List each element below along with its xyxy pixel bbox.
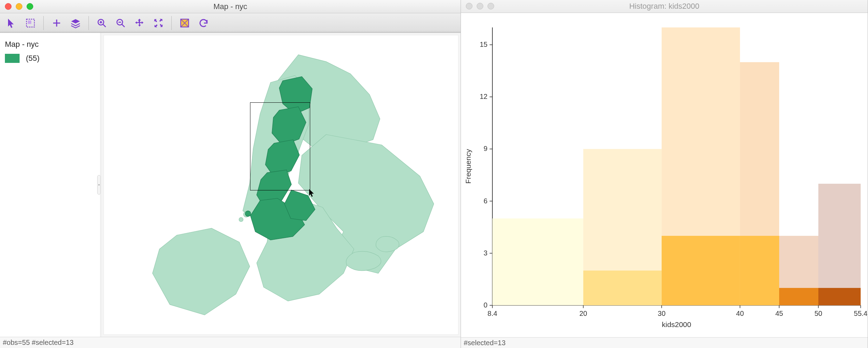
map-status-text: #obs=55 #selected=13	[3, 339, 73, 347]
map-canvas[interactable]	[104, 35, 458, 335]
pointer-tool[interactable]	[3, 15, 20, 31]
zoom-in-tool[interactable]	[93, 15, 111, 31]
svg-text:Frequency: Frequency	[464, 149, 472, 184]
svg-text:8.4: 8.4	[488, 310, 497, 317]
svg-text:0: 0	[484, 301, 488, 309]
svg-rect-42	[740, 236, 779, 305]
pane-resize-handle[interactable]	[97, 175, 101, 195]
svg-rect-40	[662, 236, 740, 305]
layers-tool[interactable]	[67, 15, 84, 31]
histogram-window: Histogram: kids2000 036912158.4203040455…	[461, 0, 868, 348]
toolbar-separator	[88, 16, 89, 30]
legend-pane: Map - nyc (55)	[0, 33, 101, 337]
toolbar-separator	[43, 16, 44, 30]
hist-titlebar[interactable]: Histogram: kids2000	[461, 0, 868, 13]
svg-rect-44	[779, 288, 818, 305]
layers-icon	[70, 18, 81, 28]
brush-rect-tool[interactable]	[176, 15, 193, 31]
maximize-button[interactable]	[27, 3, 33, 10]
refresh-tool[interactable]	[195, 15, 212, 31]
svg-rect-45	[818, 184, 861, 305]
map-toolbar	[0, 13, 461, 33]
svg-point-7	[245, 211, 251, 216]
hist-statusbar: #selected=13	[461, 337, 868, 348]
refresh-icon	[198, 18, 209, 28]
svg-text:55.4: 55.4	[854, 310, 868, 317]
close-button[interactable]	[5, 3, 12, 10]
brush-rect-icon	[179, 18, 190, 28]
brush-selection-rect[interactable]	[250, 102, 310, 190]
svg-rect-46	[818, 288, 861, 305]
legend-title: Map - nyc	[5, 40, 95, 49]
hist-window-title: Histogram: kids2000	[461, 2, 868, 11]
pan-icon	[134, 18, 145, 28]
histogram-chart: 036912158.4203040455055.4kids2000Frequen…	[461, 13, 868, 337]
legend-entry[interactable]: (55)	[5, 54, 95, 63]
svg-text:3: 3	[484, 249, 488, 256]
svg-rect-1	[28, 20, 31, 24]
zoom-extent-tool[interactable]	[150, 15, 167, 31]
window-controls-inactive	[461, 3, 494, 9]
legend-swatch	[5, 54, 20, 63]
zoom-out-icon	[115, 18, 126, 28]
svg-rect-36	[492, 218, 583, 305]
zoom-extent-icon	[153, 18, 164, 28]
map-statusbar: #obs=55 #selected=13	[0, 337, 461, 348]
svg-text:15: 15	[480, 41, 488, 48]
map-window-title: Map - nyc	[0, 2, 461, 11]
svg-text:30: 30	[658, 310, 666, 317]
minimize-button[interactable]	[16, 3, 22, 10]
map-window: Map - nyc	[0, 0, 461, 348]
svg-text:12: 12	[480, 93, 488, 100]
window-controls	[0, 3, 33, 10]
svg-text:40: 40	[736, 310, 744, 317]
svg-text:6: 6	[484, 197, 488, 204]
legend-count: (55)	[26, 54, 40, 63]
svg-text:45: 45	[775, 310, 783, 317]
select-map-tool[interactable]	[22, 15, 39, 31]
toolbar-separator	[171, 16, 172, 30]
svg-text:20: 20	[579, 310, 587, 317]
map-titlebar[interactable]: Map - nyc	[0, 0, 461, 13]
cursor-icon	[309, 189, 315, 197]
maximize-button[interactable]	[488, 3, 494, 9]
svg-text:9: 9	[484, 145, 488, 152]
zoom-out-tool[interactable]	[112, 15, 129, 31]
pan-tool[interactable]	[131, 15, 148, 31]
zoom-in-icon	[97, 18, 107, 28]
select-rect-icon	[25, 18, 36, 28]
close-button[interactable]	[466, 3, 472, 9]
histogram-canvas[interactable]: 036912158.4203040455055.4kids2000Frequen…	[461, 13, 868, 337]
svg-point-6	[239, 217, 243, 222]
svg-rect-38	[583, 270, 662, 305]
add-tool[interactable]	[48, 15, 65, 31]
add-icon	[51, 18, 62, 28]
svg-text:kids2000: kids2000	[662, 320, 691, 328]
hist-status-text: #selected=13	[464, 339, 506, 347]
minimize-button[interactable]	[477, 3, 483, 9]
pointer-icon	[6, 18, 17, 28]
svg-text:50: 50	[814, 310, 822, 317]
